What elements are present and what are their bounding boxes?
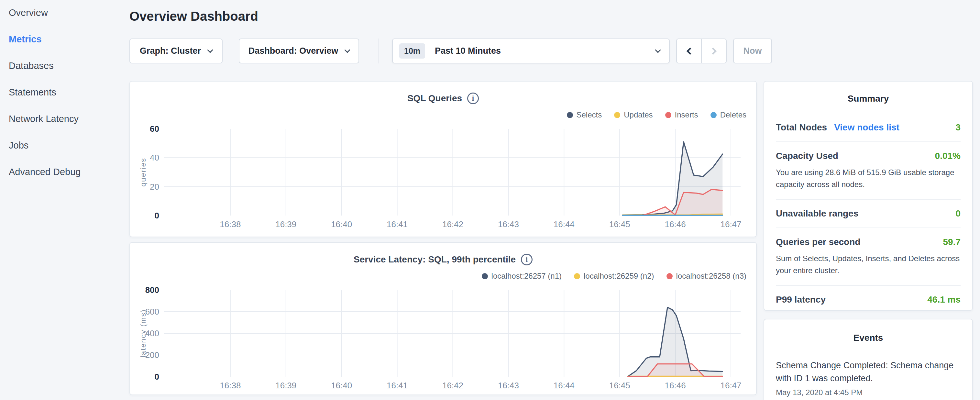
svg-text:16:39: 16:39 [275,381,296,390]
summary-divider [776,285,961,286]
svg-text:0: 0 [155,372,159,382]
chevron-down-icon [655,47,661,53]
dashboard-label: Dashboard: Overview [248,46,339,56]
legend-label: Deletes [720,110,746,120]
svg-text:16:40: 16:40 [331,381,352,390]
legend-item-updates[interactable]: Updates [614,110,652,120]
events-title: Events [776,332,961,343]
chart-title: Service Latency: SQL, 99th percentile [354,254,516,265]
svg-text:0: 0 [155,211,159,220]
summary-sections: Total NodesView nodes list3Capacity Used… [776,122,961,305]
legend-item-inserts[interactable]: Inserts [665,110,698,120]
sidebar-item-overview[interactable]: Overview [9,7,129,18]
content-row: SQL Queries i SelectsUpdatesInsertsDelet… [129,81,980,400]
graph-scope-dropdown[interactable]: Graph: Cluster [129,38,223,64]
summary-label: P99 latency [776,295,826,305]
sidebar-item-metrics[interactable]: Metrics [9,33,129,45]
svg-text:16:44: 16:44 [554,220,574,229]
legend-label: Selects [576,110,602,120]
right-column: Summary Total NodesView nodes list3Capac… [764,81,973,400]
event-time: May 13, 2020 at 4:45 PM [776,388,961,397]
svg-text:16:40: 16:40 [331,220,352,229]
summary-row: Unavailable ranges0 [776,209,961,219]
summary-label: Queries per second [776,237,860,247]
legend-item-localhost-26257-n1-[interactable]: localhost:26257 (n1) [482,271,562,280]
legend-dot [711,112,717,118]
sql-queries-chart-plot[interactable]: 16:3816:3916:4016:4116:4216:4316:4416:45… [140,124,748,230]
sidebar-item-jobs[interactable]: Jobs [9,140,129,151]
chevron-left-icon [686,47,694,55]
legend-item-selects[interactable]: Selects [567,110,602,120]
svg-text:16:42: 16:42 [442,220,463,229]
chart-title-row: Service Latency: SQL, 99th percentile i [140,254,746,265]
time-range-label: Past 10 Minutes [435,46,656,56]
summary-label: Total Nodes [776,122,827,133]
summary-row: Queries per second59.7 [776,237,961,247]
summary-divider [776,142,961,142]
page-title: Overview Dashboard [129,8,980,24]
chevron-right-icon [709,47,717,55]
svg-text:16:46: 16:46 [665,220,686,229]
summary-row: Capacity Used0.01% [776,151,961,161]
sidebar-nav: OverviewMetricsDatabasesStatementsNetwor… [9,7,129,177]
summary-label: Unavailable ranges [776,209,858,219]
summary-value: 0.01% [935,151,961,161]
sidebar-item-advanced-debug[interactable]: Advanced Debug [9,166,129,177]
sidebar-item-databases[interactable]: Databases [9,60,129,71]
svg-text:60: 60 [150,124,159,134]
info-icon[interactable]: i [521,254,533,265]
page: OverviewMetricsDatabasesStatementsNetwor… [0,0,980,400]
time-step-back-button[interactable] [677,39,701,63]
legend-item-localhost-26258-n3-[interactable]: localhost:26258 (n3) [667,271,746,280]
chart-title-row: SQL Queries i [140,92,746,104]
svg-text:16:38: 16:38 [220,220,241,229]
service-latency-chart-plot[interactable]: 16:3816:3916:4016:4116:4216:4316:4416:45… [140,285,748,392]
summary-title: Summary [776,93,961,104]
svg-text:40: 40 [150,153,159,163]
legend-label: Inserts [675,110,698,120]
summary-row: Total NodesView nodes list3 [776,122,961,133]
svg-text:16:41: 16:41 [387,381,408,390]
chart-legend: localhost:26257 (n1)localhost:26259 (n2)… [140,271,746,280]
svg-text:16:39: 16:39 [275,220,296,229]
now-button[interactable]: Now [733,38,772,64]
svg-text:600: 600 [145,307,159,317]
svg-text:16:46: 16:46 [665,381,686,390]
legend-dot [665,112,671,118]
summary-desc: You are using 28.6 MiB of 515.9 GiB usab… [776,166,961,190]
event-text: Schema Change Completed: Schema change w… [776,359,961,385]
sidebar-item-network-latency[interactable]: Network Latency [9,113,129,124]
chart-card-1: Service Latency: SQL, 99th percentile i … [129,242,757,395]
charts-column: SQL Queries i SelectsUpdatesInsertsDelet… [129,81,757,395]
events-list: Schema Change Completed: Schema change w… [776,359,961,397]
time-step-forward-button[interactable] [701,39,726,63]
chart-legend: SelectsUpdatesInsertsDeletes [140,110,746,120]
controls-bar: Graph: Cluster Dashboard: Overview 10m P… [129,38,980,64]
svg-text:16:45: 16:45 [609,381,630,390]
svg-text:16:43: 16:43 [498,381,519,390]
summary-divider [776,199,961,200]
chevron-down-icon [207,47,213,53]
summary-value: 0 [955,209,961,219]
legend-label: Updates [624,110,652,120]
svg-text:800: 800 [145,285,159,295]
time-step-buttons [676,38,727,64]
summary-panel: Summary Total NodesView nodes list3Capac… [764,81,973,311]
svg-text:16:47: 16:47 [721,381,741,390]
legend-dot [614,112,620,118]
summary-link[interactable]: View nodes list [834,122,899,133]
info-icon[interactable]: i [467,92,479,104]
legend-item-localhost-26259-n2-[interactable]: localhost:26259 (n2) [574,271,654,280]
time-range-dropdown[interactable]: 10m Past 10 Minutes [392,38,670,64]
sidebar-item-statements[interactable]: Statements [9,87,129,98]
events-panel: Events Schema Change Completed: Schema c… [764,319,973,400]
legend-dot [574,273,580,279]
svg-text:16:42: 16:42 [442,381,463,390]
svg-text:16:41: 16:41 [387,220,408,229]
dashboard-dropdown[interactable]: Dashboard: Overview [239,38,359,64]
svg-text:16:38: 16:38 [220,381,241,390]
legend-item-deletes[interactable]: Deletes [711,110,746,120]
svg-text:20: 20 [150,182,159,191]
event-item: Schema Change Completed: Schema change w… [776,359,961,397]
summary-desc: Sum of Selects, Updates, Inserts, and De… [776,252,961,276]
